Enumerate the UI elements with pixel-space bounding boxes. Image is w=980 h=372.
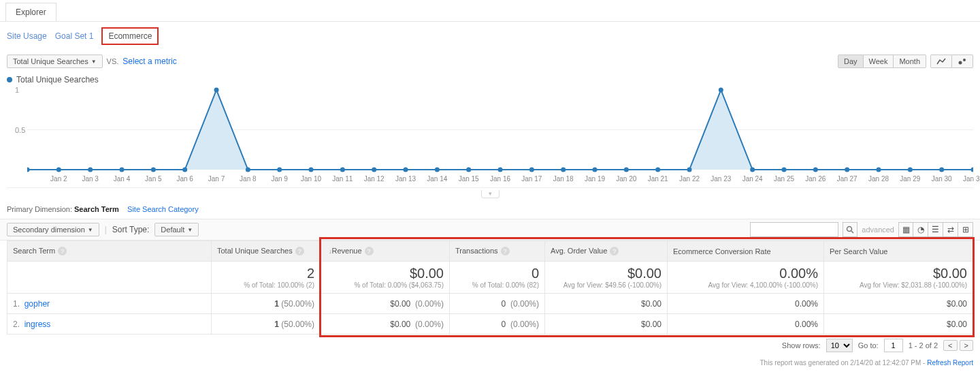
metric-secondary-select[interactable]: Select a metric: [122, 57, 176, 66]
collapse-handle[interactable]: ▾: [0, 188, 980, 198]
svg-point-1: [963, 59, 966, 61]
svg-point-21: [593, 168, 598, 172]
display-pie-icon[interactable]: ◔: [913, 222, 928, 237]
svg-point-28: [813, 168, 818, 172]
col-avg-order[interactable]: Avg. Order Value?: [545, 241, 668, 262]
svg-point-22: [624, 168, 629, 172]
display-table-icon[interactable]: ▦: [898, 222, 913, 237]
sort-type-label: Sort Type:: [112, 225, 149, 234]
svg-point-17: [466, 168, 471, 172]
y-tick-label: 0.5: [15, 126, 25, 134]
svg-point-31: [908, 168, 913, 172]
time-granularity-group: Day Week Month: [838, 55, 926, 68]
svg-point-6: [120, 168, 125, 172]
svg-point-18: [498, 168, 503, 172]
prev-page-button[interactable]: <: [943, 340, 957, 351]
summary-row: 2% of Total: 100.00% (2) $0.00% of Total…: [7, 262, 973, 294]
svg-line-35: [851, 231, 853, 233]
subtab-ecommerce[interactable]: Ecommerce: [108, 31, 152, 41]
col-total-unique[interactable]: Total Unique Searches?: [212, 241, 321, 262]
svg-point-0: [959, 61, 962, 65]
search-icon[interactable]: [843, 222, 858, 237]
timeseries-chart: 1 0.5 Jan 2Jan 3Jan 4Jan 5Jan 6Jan 7Jan …: [7, 86, 973, 188]
table-search-input[interactable]: [750, 222, 838, 237]
generated-note: This report was generated on 2/14/20 at …: [760, 359, 927, 367]
svg-point-19: [529, 168, 534, 172]
col-search-term[interactable]: Search Term?: [7, 241, 212, 262]
row-range: 1 - 2 of 2: [909, 341, 938, 350]
subtab-goal-set[interactable]: Goal Set 1: [55, 31, 94, 41]
svg-point-7: [151, 168, 156, 172]
svg-point-3: [27, 168, 30, 172]
display-bar-icon[interactable]: ☰: [928, 222, 943, 237]
next-page-button[interactable]: >: [960, 340, 973, 351]
svg-point-34: [847, 227, 852, 232]
tab-explorer[interactable]: Explorer: [5, 3, 56, 21]
subtab-site-usage[interactable]: Site Usage: [7, 31, 47, 41]
primary-dimension-label: Primary Dimension:: [7, 205, 72, 213]
svg-point-26: [750, 168, 755, 172]
primary-dimension-alt[interactable]: Site Search Category: [127, 205, 199, 213]
svg-point-10: [246, 168, 250, 172]
refresh-report-link[interactable]: Refresh Report: [927, 359, 973, 367]
granularity-month[interactable]: Month: [894, 55, 926, 68]
granularity-week[interactable]: Week: [864, 55, 894, 68]
svg-point-5: [88, 168, 93, 172]
table-row: 2. ingress 1 (50.00%) $0.00 (0.00%) 0 (0…: [7, 314, 973, 335]
advanced-link[interactable]: advanced: [862, 226, 894, 234]
svg-point-27: [782, 168, 787, 172]
help-icon[interactable]: ?: [365, 247, 374, 255]
svg-point-29: [845, 168, 849, 172]
svg-point-9: [214, 88, 219, 93]
svg-point-32: [939, 168, 944, 172]
chevron-down-icon: ▼: [88, 227, 93, 233]
secondary-dimension-dropdown[interactable]: Secondary dimension ▼: [7, 223, 99, 236]
y-tick-label: 1: [15, 86, 19, 94]
svg-point-24: [687, 168, 692, 172]
data-table: Search Term? Total Unique Searches? ↓Rev…: [7, 241, 973, 335]
goto-input[interactable]: [884, 339, 903, 352]
metric-primary-dropdown[interactable]: Total Unique Searches▼: [7, 55, 103, 68]
goto-label: Go to:: [858, 341, 879, 350]
svg-point-14: [372, 168, 376, 172]
svg-point-15: [404, 168, 408, 172]
granularity-day[interactable]: Day: [838, 55, 864, 68]
col-per-search[interactable]: Per Search Value: [824, 241, 973, 262]
svg-point-11: [277, 168, 282, 172]
table-row: 1. gopher 1 (50.00%) $0.00 (0.00%) 0 (0.…: [7, 294, 973, 314]
col-transactions[interactable]: Transactions?: [450, 241, 545, 262]
svg-point-25: [719, 88, 723, 93]
primary-dimension-selected[interactable]: Search Term: [74, 205, 119, 213]
help-icon[interactable]: ?: [295, 247, 304, 255]
term-link[interactable]: gopher: [24, 299, 50, 309]
display-comparison-icon[interactable]: ⇄: [943, 222, 958, 237]
chevron-down-icon: ▼: [187, 227, 193, 233]
sort-type-dropdown[interactable]: Default ▼: [154, 223, 199, 236]
svg-point-20: [561, 168, 566, 172]
legend-series-label: Total Unique Searches: [16, 75, 99, 84]
display-pivot-icon[interactable]: ⊞: [958, 222, 973, 237]
chart-legend: Total Unique Searches: [0, 72, 980, 84]
rows-select[interactable]: 10: [826, 339, 853, 352]
svg-point-12: [309, 168, 314, 172]
term-link[interactable]: ingress: [24, 320, 51, 329]
show-rows-label: Show rows:: [782, 341, 821, 350]
svg-point-13: [340, 168, 345, 172]
legend-dot-icon: [7, 77, 12, 82]
svg-point-8: [182, 168, 187, 172]
col-revenue[interactable]: ↓Revenue?: [321, 241, 450, 262]
svg-point-33: [971, 168, 974, 172]
svg-point-30: [877, 168, 881, 172]
help-icon[interactable]: ?: [58, 247, 67, 255]
vs-label: VS.: [107, 57, 119, 65]
chart-type-line-icon[interactable]: [930, 55, 952, 68]
help-icon[interactable]: ?: [610, 247, 619, 255]
chevron-down-icon: ▼: [91, 59, 97, 65]
svg-point-16: [435, 168, 440, 172]
highlight-ecommerce: Ecommerce: [101, 27, 159, 45]
svg-point-4: [56, 168, 61, 172]
col-conversion-rate[interactable]: Ecommerce Conversion Rate: [668, 241, 824, 262]
help-icon[interactable]: ?: [501, 247, 510, 255]
motion-chart-icon[interactable]: [952, 55, 973, 68]
svg-point-23: [655, 168, 660, 172]
